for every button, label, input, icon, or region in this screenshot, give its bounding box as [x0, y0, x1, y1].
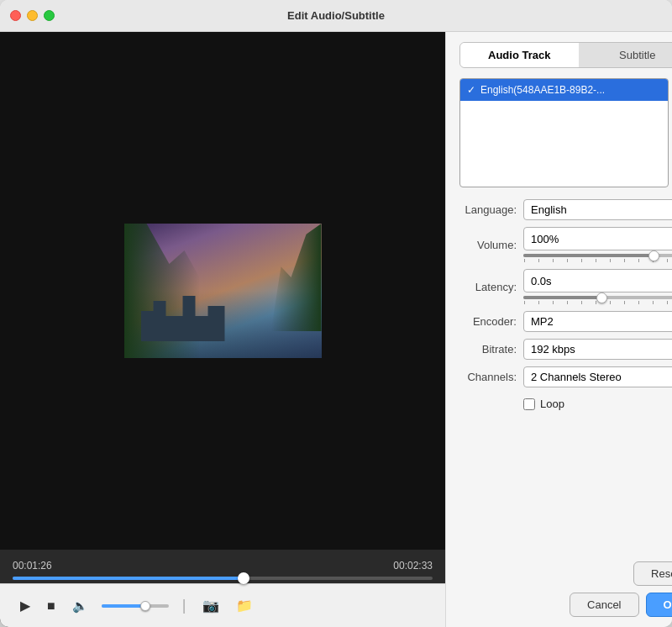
player-controls: |: [0, 583, 445, 627]
main-content: 00:01:26 00:02:33: [0, 32, 672, 627]
snapshot-button[interactable]: [199, 594, 223, 617]
encoder-row: Encoder: MP2 AAC MP3 AC3 ▼: [459, 311, 672, 332]
volume-spinner[interactable]: ▲ ▼: [523, 227, 672, 250]
volume-control-area: ▲ ▼: [523, 227, 672, 262]
tick: [667, 259, 668, 262]
controls-separator: |: [182, 597, 186, 614]
latency-slider-fill: [523, 296, 601, 299]
current-time: 00:01:26: [13, 560, 52, 572]
volume-slider-track[interactable]: [523, 254, 672, 257]
reset-button[interactable]: Reset: [633, 561, 672, 586]
camera-icon: [202, 598, 219, 614]
stop-button[interactable]: [44, 595, 59, 617]
latency-control-area: ▲ ▼: [523, 269, 672, 304]
tree-right: [271, 224, 322, 331]
maximize-button[interactable]: [44, 10, 55, 21]
tick: [567, 301, 568, 304]
volume-track[interactable]: [102, 604, 169, 608]
tab-subtitle[interactable]: Subtitle: [579, 43, 673, 67]
channels-label: Channels:: [459, 371, 517, 383]
language-select[interactable]: English French German Spanish: [523, 199, 672, 220]
bitrate-select-wrapper: 128 kbps 192 kbps 256 kbps 320 kbps ▼: [523, 339, 672, 360]
tick: [624, 259, 625, 262]
tick: [581, 259, 582, 262]
window-title: Edit Audio/Subtitle: [287, 9, 385, 22]
tab-audio-track[interactable]: Audio Track: [460, 43, 579, 67]
folder-icon: [236, 598, 253, 614]
tick: [596, 301, 596, 304]
video-thumbnail: [124, 224, 322, 358]
video-panel: 00:01:26 00:02:33: [0, 32, 445, 627]
latency-row: Latency: ▲ ▼: [459, 269, 672, 304]
volume-thumb[interactable]: [140, 601, 150, 611]
tick: [638, 301, 639, 304]
time-row: 00:01:26 00:02:33: [13, 556, 433, 577]
latency-value[interactable]: [524, 271, 672, 291]
latency-spinner[interactable]: ▲ ▼: [523, 269, 672, 292]
audio-settings-form: Language: English French German Spanish …: [459, 199, 672, 561]
main-window: Edit Audio/Subtitle 00:01:26 00:02:33: [0, 0, 672, 627]
bitrate-row: Bitrate: 128 kbps 192 kbps 256 kbps 320 …: [459, 339, 672, 360]
close-button[interactable]: [10, 10, 21, 21]
language-select-wrapper: English French German Spanish ▼: [523, 199, 672, 220]
minimize-button[interactable]: [27, 10, 38, 21]
reset-area: Reset: [459, 561, 672, 586]
traffic-lights: [10, 10, 55, 21]
loop-label: Loop: [540, 398, 564, 410]
volume-value[interactable]: [524, 229, 672, 249]
tick: [610, 259, 611, 262]
tab-bar: Audio Track Subtitle: [459, 42, 672, 68]
tick: [553, 259, 554, 262]
track-check-icon: ✓: [467, 84, 475, 96]
stop-icon: [47, 598, 55, 614]
video-area: [0, 32, 445, 550]
tick: [553, 301, 554, 304]
channels-select[interactable]: Mono 2 Channels Stereo 5.1 Surround: [523, 366, 672, 387]
bitrate-select[interactable]: 128 kbps 192 kbps 256 kbps 320 kbps: [523, 339, 672, 360]
progress-track[interactable]: [13, 577, 433, 580]
volume-label: Volume:: [459, 239, 517, 251]
encoder-label: Encoder:: [459, 315, 517, 328]
bitrate-label: Bitrate:: [459, 343, 517, 356]
volume-slider-fill: [523, 254, 654, 257]
tick: [538, 301, 539, 304]
track-list-container: ✓ English(548AAE1B-89B2-... + ✕ ▲ ▼: [459, 78, 672, 187]
tick: [524, 301, 525, 304]
tick: [538, 259, 539, 262]
loop-checkbox[interactable]: [523, 398, 535, 410]
track-item[interactable]: ✓ English(548AAE1B-89B2-...: [460, 79, 668, 101]
volume-row: Volume: ▲ ▼: [459, 227, 672, 262]
play-icon: [20, 598, 30, 614]
tick: [581, 301, 582, 304]
cancel-button[interactable]: Cancel: [570, 593, 638, 617]
total-time: 00:02:33: [393, 560, 433, 572]
tick: [567, 259, 568, 262]
progress-bar-container: 00:01:26 00:02:33: [0, 550, 445, 583]
latency-label: Latency:: [459, 281, 517, 293]
right-panel: Audio Track Subtitle ✓ English(548AAE1B-…: [445, 32, 672, 627]
ok-button[interactable]: OK: [646, 593, 673, 617]
volume-fill: [102, 604, 145, 608]
tick: [624, 301, 625, 304]
track-list[interactable]: ✓ English(548AAE1B-89B2-...: [459, 78, 669, 187]
tick: [653, 301, 654, 304]
loop-row: Loop: [459, 394, 672, 410]
channels-select-wrapper: Mono 2 Channels Stereo 5.1 Surround ▼: [523, 366, 672, 387]
play-button[interactable]: [17, 594, 34, 617]
titlebar: Edit Audio/Subtitle: [0, 0, 672, 32]
tick: [524, 259, 525, 262]
track-item-label: English(548AAE1B-89B2-...: [480, 84, 605, 96]
volume-button[interactable]: [69, 595, 92, 617]
tick: [610, 301, 611, 304]
tick: [667, 301, 668, 304]
channels-row: Channels: Mono 2 Channels Stereo 5.1 Sur…: [459, 366, 672, 387]
encoder-select[interactable]: MP2 AAC MP3 AC3: [523, 311, 672, 332]
folder-button[interactable]: [233, 594, 256, 617]
language-row: Language: English French German Spanish …: [459, 199, 672, 220]
volume-icon: [72, 598, 88, 614]
loop-checkbox-row: Loop: [523, 398, 564, 410]
tick: [638, 259, 639, 262]
latency-slider-track[interactable]: [523, 296, 672, 299]
progress-thumb[interactable]: [238, 572, 249, 584]
progress-fill: [13, 577, 244, 580]
